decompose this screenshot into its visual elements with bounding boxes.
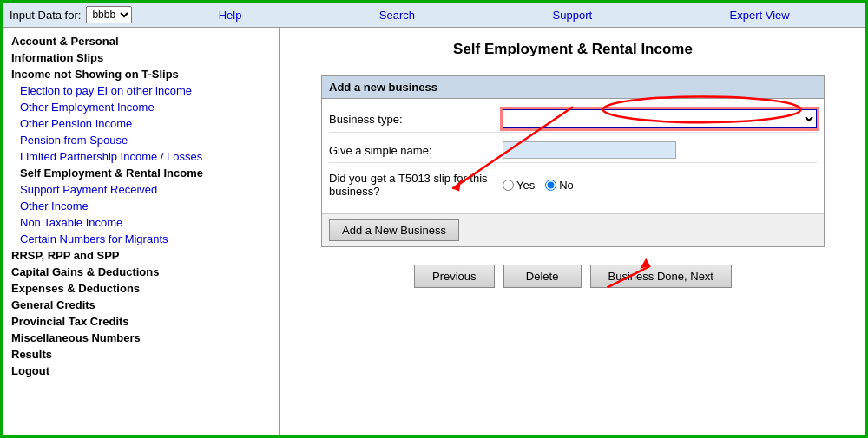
sidebar-item-provincial-tax[interactable]: Provincial Tax Credits — [3, 313, 279, 330]
sidebar-item-other-employment[interactable]: Other Employment Income — [3, 99, 279, 115]
give-name-label: Give a simple name: — [329, 144, 503, 157]
sidebar-item-miscellaneous[interactable]: Miscellaneous Numbers — [3, 330, 279, 346]
top-bar: Input Data for: bbbb Help Search Support… — [3, 3, 865, 28]
main-layout: Account & Personal Information Slips Inc… — [3, 28, 865, 438]
business-type-label: Business type: — [329, 113, 503, 126]
sidebar-item-account-personal[interactable]: Account & Personal — [3, 33, 279, 49]
business-type-row: Business type: — [329, 106, 817, 133]
give-name-input[interactable] — [503, 141, 676, 159]
page-title: Self Employment & Rental Income — [298, 41, 848, 58]
sidebar-item-information-slips[interactable]: Information Slips — [3, 49, 279, 66]
sidebar-item-general-credits[interactable]: General Credits — [3, 297, 279, 313]
help-link[interactable]: Help — [219, 9, 242, 22]
previous-button[interactable]: Previous — [414, 265, 495, 288]
business-box-body: Business type: Give a simple name: — [322, 99, 824, 213]
content-area: Self Employment & Rental Income Add a ne… — [280, 28, 865, 438]
sidebar-item-logout[interactable]: Logout — [3, 363, 279, 379]
search-link[interactable]: Search — [379, 9, 415, 22]
give-name-row: Give a simple name: — [329, 138, 817, 163]
sidebar-item-expenses[interactable]: Expenses & Deductions — [3, 280, 279, 297]
sidebar-item-rrsp[interactable]: RRSP, RPP and SPP — [3, 247, 279, 264]
t5013-yes-text: Yes — [516, 179, 535, 192]
sidebar-item-certain-numbers[interactable]: Certain Numbers for Migrants — [3, 231, 279, 247]
sidebar-item-pension-spouse[interactable]: Pension from Spouse — [3, 132, 279, 148]
t5013-no-text: No — [559, 179, 574, 192]
business-type-input-area — [503, 109, 817, 128]
support-link[interactable]: Support — [553, 9, 593, 22]
add-new-business-button[interactable]: Add a New Business — [329, 219, 459, 241]
sidebar-item-other-pension[interactable]: Other Pension Income — [3, 115, 279, 132]
sidebar-item-other-income[interactable]: Other Income — [3, 198, 279, 214]
t5013-row: Did you get a T5013 slip for this busine… — [329, 168, 817, 201]
bottom-buttons: Previous Delete Business Done, Next — [298, 265, 848, 288]
t5013-no-label[interactable]: No — [545, 179, 574, 192]
t5013-label: Did you get a T5013 slip for this busine… — [329, 172, 503, 198]
sidebar-item-limited-partnership[interactable]: Limited Partnership Income / Losses — [3, 148, 279, 165]
t5013-no-radio[interactable] — [545, 180, 556, 191]
sidebar-item-income-header: Income not Showing on T-Slips — [3, 66, 279, 82]
delete-button[interactable]: Delete — [503, 265, 582, 288]
expert-view-link[interactable]: Expert View — [730, 9, 790, 22]
input-data-section: Input Data for: bbbb — [10, 6, 132, 23]
add-business-box: Add a new business Business type: Give a… — [321, 75, 825, 247]
t5013-input-area: Yes No — [503, 179, 817, 192]
sidebar-item-ei[interactable]: Election to pay EI on other income — [3, 82, 279, 99]
t5013-yes-label[interactable]: Yes — [503, 179, 535, 192]
sidebar-item-support-payment[interactable]: Support Payment Received — [3, 181, 279, 198]
give-name-input-area — [503, 141, 817, 159]
user-select[interactable]: bbbb — [86, 6, 132, 23]
t5013-radio-group: Yes No — [503, 179, 574, 192]
sidebar-item-results[interactable]: Results — [3, 346, 279, 363]
sidebar: Account & Personal Information Slips Inc… — [3, 28, 280, 438]
business-box-header: Add a new business — [322, 76, 824, 99]
sidebar-item-self-employment[interactable]: Self Employment & Rental Income — [3, 165, 279, 181]
top-nav: Help Search Support Expert View — [149, 9, 858, 22]
sidebar-item-non-taxable[interactable]: Non Taxable Income — [3, 214, 279, 231]
t5013-yes-radio[interactable] — [503, 180, 514, 191]
input-data-label: Input Data for: — [10, 9, 81, 22]
business-type-select[interactable] — [503, 109, 817, 128]
business-done-next-button[interactable]: Business Done, Next — [590, 265, 732, 288]
sidebar-item-capital-gains[interactable]: Capital Gains & Deductions — [3, 264, 279, 280]
add-business-row: Add a New Business — [322, 213, 824, 246]
